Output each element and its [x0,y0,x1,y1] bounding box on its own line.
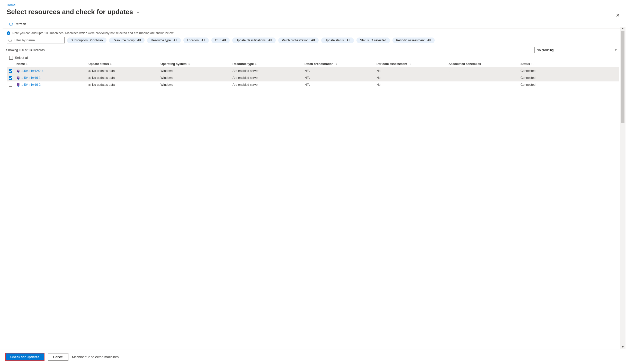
sort-icon: ↑↓ [531,63,534,66]
col-update-status[interactable]: Update status↑↓ [86,61,158,68]
pill-periodic-assessment[interactable]: Periodic assessment : All [392,38,435,43]
cell-update-status: No updates data [92,69,115,73]
cell-update-status: No updates data [92,76,115,80]
cell-schedules: - [446,68,518,74]
scroll-down-icon[interactable] [621,346,624,348]
sort-icon: ↑↓ [110,63,112,66]
sort-icon: ↑↓ [255,63,257,66]
col-schedules[interactable]: Associated schedules [446,61,518,68]
breadcrumb: Home [0,0,626,8]
footer-status: Machines: 2 selected machines [72,355,119,359]
server-icon [16,83,20,87]
select-all-checkbox[interactable] [9,56,13,60]
col-resource-type[interactable]: Resource type↑↓ [230,61,302,68]
status-dot-icon [88,84,91,86]
table-row[interactable]: a404-r1w16-2No updates dataWindowsArc-en… [7,81,619,88]
select-all-label: Select all [15,56,29,60]
sort-icon: ↑↓ [335,63,337,66]
pill-update-classifications[interactable]: Update classifications : All [232,38,276,43]
cell-status: Connected [518,74,619,81]
pill-resource-group[interactable]: Resource group : All [109,38,145,43]
cell-os: Windows [158,74,230,81]
info-icon: i [7,31,10,35]
filter-input-wrap [7,37,65,43]
cell-patch: N/A [302,74,374,81]
pill-subscription[interactable]: Subscription : Contoso [67,38,106,43]
cancel-button[interactable]: Cancel [48,353,68,361]
col-name[interactable]: Name↑↓ [14,61,86,68]
server-icon [16,76,20,80]
status-dot-icon [88,70,91,72]
svg-rect-5 [17,77,19,78]
row-checkbox[interactable] [9,69,12,73]
pill-resource-type[interactable]: Resource type : All [147,38,181,43]
info-note: i Note you can add upto 100 machines. Ma… [0,29,626,37]
cell-status: Connected [518,68,619,74]
pill-location[interactable]: Location : All [183,38,209,43]
cell-patch: N/A [302,81,374,88]
sort-icon: ↑↓ [187,63,190,66]
pill-os[interactable]: OS : All [211,38,230,43]
cell-resource-type: Arc-enabled server [230,74,302,81]
cell-schedules: - [446,81,518,88]
svg-rect-2 [17,70,19,71]
resource-name-link[interactable]: a404-r1w16-2 [22,83,41,87]
cell-patch: N/A [302,68,374,74]
cell-status: Connected [518,81,619,88]
records-count: Showing 100 of 130 records [6,48,44,52]
check-for-updates-button[interactable]: Check for updates [5,353,44,361]
more-icon[interactable]: ··· [136,10,139,14]
filter-input[interactable] [7,37,65,43]
table-row[interactable]: a404-r1w16-1No updates dataWindowsArc-en… [7,74,619,81]
svg-rect-6 [17,83,20,86]
sort-icon: ↑↓ [26,63,29,66]
svg-rect-3 [17,77,20,79]
resource-name-link[interactable]: a404-r1w16-1 [22,76,41,80]
info-note-text: Note you can add upto 100 machines. Mach… [12,31,174,35]
resource-name-link[interactable]: a404-r1w12r2-4 [22,69,43,73]
svg-rect-7 [17,84,19,84]
breadcrumb-home[interactable]: Home [7,3,16,7]
cell-periodic: No [374,81,446,88]
row-checkbox[interactable] [9,76,12,80]
cell-update-status: No updates data [92,83,115,87]
col-os[interactable]: Operating system↑↓ [158,61,230,68]
table-row[interactable]: a404-r1w12r2-4No updates dataWindowsArc-… [7,68,619,74]
col-patch[interactable]: Patch orchestration↑↓ [302,61,374,68]
cell-resource-type: Arc-enabled server [230,81,302,88]
page-title: Select resources and check for updates [7,8,133,16]
scroll-thumb[interactable] [621,31,624,123]
cell-periodic: No [374,74,446,81]
cell-periodic: No [374,68,446,74]
row-checkbox[interactable] [9,83,12,87]
svg-rect-8 [17,84,19,85]
cell-os: Windows [158,81,230,88]
refresh-button[interactable]: Refresh [9,22,26,26]
scroll-up-icon[interactable] [621,28,624,29]
grouping-select[interactable]: No grouping [534,47,619,53]
search-icon [8,39,12,42]
svg-rect-0 [17,70,20,72]
close-icon[interactable]: ✕ [616,12,620,18]
sort-icon: ↑↓ [408,63,411,66]
pill-patch-orchestration[interactable]: Patch orchestration : All [278,38,319,43]
svg-rect-4 [17,77,19,77]
col-status[interactable]: Status↑↓ [518,61,619,68]
refresh-icon [9,22,13,26]
svg-rect-1 [17,70,19,70]
status-dot-icon [88,77,91,79]
cell-resource-type: Arc-enabled server [230,68,302,74]
col-periodic[interactable]: Periodic assessment↑↓ [374,61,446,68]
pill-update-status[interactable]: Update status : All [321,38,354,43]
resources-table: Name↑↓ Update status↑↓ Operating system↑… [7,61,619,88]
cell-os: Windows [158,68,230,74]
cell-schedules: - [446,74,518,81]
refresh-label: Refresh [14,22,26,26]
vertical-scrollbar[interactable] [620,27,625,349]
pill-status[interactable]: Status : 2 selected [356,38,390,43]
server-icon [16,69,20,73]
